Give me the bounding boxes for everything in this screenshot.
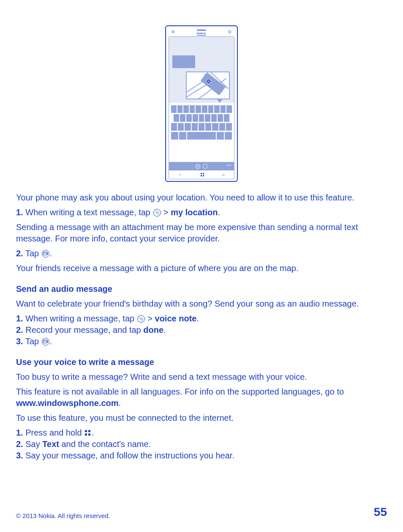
step-number: 2. — [16, 325, 23, 335]
my-location-label: my location — [171, 208, 218, 217]
step-number: 3. — [16, 451, 23, 460]
windowsphone-link[interactable]: www.windowsphone.com — [16, 398, 119, 408]
voice-requirement: To use this feature, you must be connect… — [16, 412, 387, 424]
nav-bar: ← ⌕ — [169, 170, 234, 179]
page-number: 55 — [374, 504, 387, 520]
step-number: 3. — [16, 337, 23, 346]
voice-step-2: 2. Say Text and the contact's name. — [16, 439, 387, 450]
voice-step-1: 1. Press and hold . — [16, 427, 387, 439]
step-number: 1. — [16, 208, 23, 217]
send-icon — [42, 250, 49, 258]
loc-step-1: 1. When writing a text message, tap 📎 > … — [16, 207, 387, 218]
audio-step-1: 1. When writing a message, tap 📎 > voice… — [16, 313, 387, 324]
back-icon: ← — [178, 172, 182, 178]
audio-step-3: 3. Tap . — [16, 336, 387, 347]
audio-intro: Want to celebrate your friend's birthday… — [16, 298, 387, 310]
page-content: NOKIA — [0, 0, 403, 461]
send-icon — [42, 338, 49, 346]
phone-illustration: NOKIA — [16, 25, 387, 182]
attach-icon: 📎 — [153, 209, 161, 217]
send-icon: ✉ — [196, 164, 200, 169]
voice-intro: Too busy to write a message? Write and s… — [16, 371, 387, 383]
phone-screen: ✉ 📎 ••• ← ⌕ — [169, 36, 234, 179]
step-number: 1. — [16, 314, 23, 323]
windows-icon — [201, 173, 204, 176]
loc-result: Your friends receive a message with a pi… — [16, 263, 387, 274]
loc-step-2: 2. Tap . — [16, 248, 387, 259]
search-icon: ⌕ — [222, 172, 225, 178]
phone-brand: NOKIA — [197, 32, 206, 36]
audio-step-2: 2. Record your message, and tap done. — [16, 324, 387, 336]
app-bar: ✉ 📎 ••• — [169, 162, 234, 170]
attach-icon: 📎 — [137, 315, 145, 323]
voice-note-label: voice note — [155, 314, 197, 323]
audio-heading: Send an audio message — [16, 283, 387, 295]
svg-point-6 — [208, 81, 209, 82]
intro-text: Your phone may ask you about using your … — [16, 192, 387, 203]
phone-frame: NOKIA — [165, 25, 238, 182]
voice-heading: Use your voice to write a message — [16, 356, 387, 368]
voice-steps: 1. Press and hold . 2. Say Text and the … — [16, 427, 387, 461]
keyboard — [169, 103, 234, 162]
contact-label — [172, 55, 195, 68]
loc-note: Sending a message with an attachment may… — [16, 222, 387, 244]
page-footer: © 2013 Nokia. All rights reserved. 55 — [0, 504, 403, 520]
done-label: done — [143, 325, 163, 335]
attach-icon: 📎 — [203, 164, 207, 169]
message-thread — [169, 37, 234, 103]
voice-note: This feature is not available in all lan… — [16, 386, 387, 409]
step-number: 2. — [16, 439, 23, 449]
voice-step-3: 3. Say your message, and follow the inst… — [16, 450, 387, 461]
copyright: © 2013 Nokia. All rights reserved. — [16, 512, 110, 520]
phone-top: NOKIA — [168, 28, 235, 36]
more-icon: ••• — [227, 163, 231, 168]
map-attachment — [186, 71, 230, 99]
step-number: 1. — [16, 428, 23, 437]
audio-steps: 1. When writing a message, tap 📎 > voice… — [16, 313, 387, 347]
windows-icon — [85, 430, 91, 436]
text-command: Text — [42, 439, 59, 449]
step-number: 2. — [16, 249, 23, 258]
